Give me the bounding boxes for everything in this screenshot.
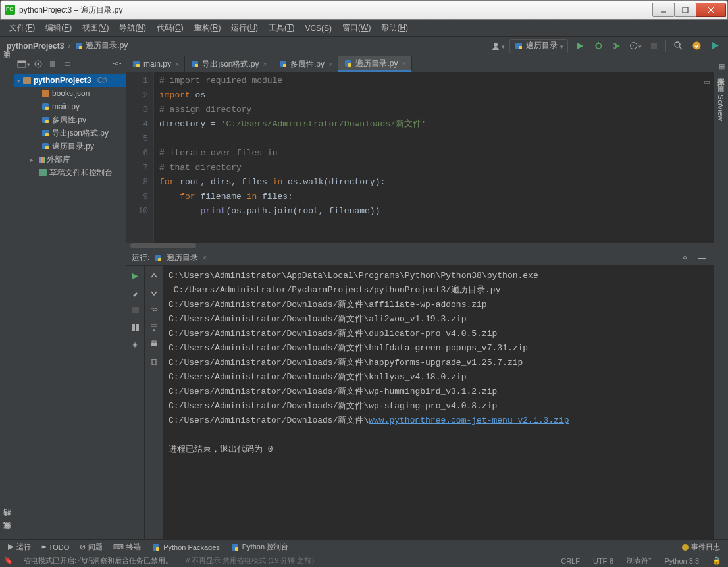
indent[interactable]: 制表符* bbox=[624, 556, 654, 566]
tab-导出json格式.py[interactable]: 导出json格式.py× bbox=[185, 56, 273, 72]
console-rerun-icon[interactable] bbox=[128, 269, 143, 283]
tab-遍历目录.py[interactable]: 遍历目录.py× bbox=[338, 56, 411, 72]
console-stop-icon[interactable] bbox=[128, 303, 143, 317]
search-everywhere-button[interactable] bbox=[669, 39, 687, 53]
menu-导航N[interactable]: 导航(N) bbox=[114, 20, 151, 36]
python-packages-button[interactable]: Python Packages bbox=[147, 541, 224, 553]
console-down-icon[interactable] bbox=[147, 286, 161, 300]
favorites-tool-tab[interactable]: 收藏夹 bbox=[2, 531, 12, 539]
console-layout-icon[interactable] bbox=[128, 320, 143, 335]
svg-rect-14 bbox=[651, 43, 657, 49]
console-tab-label[interactable]: 遍历目录 bbox=[167, 252, 198, 263]
console-clear-icon[interactable] bbox=[147, 354, 161, 369]
todo-tool-button[interactable]: ≔TODO bbox=[38, 541, 73, 553]
project-tool-tab[interactable]: 项目 bbox=[2, 59, 12, 67]
menu-窗口W[interactable]: 窗口(W) bbox=[337, 20, 376, 36]
tree-external-libs[interactable]: 外部库 bbox=[14, 153, 126, 166]
code-content[interactable]: # import required moduleimport os# assig… bbox=[154, 72, 714, 243]
terminal-tool-button[interactable]: ⌨终端 bbox=[109, 541, 145, 553]
horizontal-scrollbar[interactable] bbox=[126, 243, 714, 250]
sciview-tool-tab[interactable]: ▦ SciView bbox=[717, 82, 725, 123]
editor[interactable]: 12345678910 # import required moduleimpo… bbox=[126, 72, 714, 243]
bookmark-icon[interactable]: 🔖 bbox=[4, 556, 13, 565]
tab-多属性.py[interactable]: 多属性.py× bbox=[273, 56, 338, 72]
interpreter[interactable]: Python 3.8 bbox=[662, 557, 702, 565]
project-tree[interactable]: pythonProject3 C:\ books.json main.py 多属… bbox=[14, 72, 126, 539]
close-icon[interactable]: × bbox=[263, 60, 267, 68]
project-select-icon[interactable] bbox=[17, 57, 30, 70]
coverage-button[interactable] bbox=[608, 39, 625, 53]
svg-marker-34 bbox=[132, 273, 138, 279]
editor-tabs: main.py×导出json格式.py×多属性.py×遍历目录.py× bbox=[126, 55, 714, 72]
debug-button[interactable] bbox=[590, 39, 607, 53]
status-links[interactable]: // 不再显示 禁用省电模式 (19 分钟 之前) bbox=[183, 556, 317, 566]
close-icon[interactable]: × bbox=[402, 59, 405, 67]
profile-button[interactable] bbox=[627, 39, 644, 53]
run-config-selector[interactable]: 遍历目录 bbox=[509, 39, 568, 53]
update-button[interactable] bbox=[688, 39, 705, 53]
close-icon[interactable]: × bbox=[175, 60, 179, 68]
python-console-button[interactable]: Python 控制台 bbox=[226, 541, 292, 553]
run-tool-button[interactable]: 运行 bbox=[4, 541, 35, 553]
menu-视图V[interactable]: 视图(V) bbox=[77, 20, 114, 36]
expand-all-icon[interactable] bbox=[46, 57, 59, 70]
tree-scratches[interactable]: 草稿文件和控制台 bbox=[14, 166, 126, 179]
user-icon[interactable] bbox=[489, 39, 506, 53]
navigation-bar: pythonProject3 遍历目录.py 遍历目录 bbox=[0, 37, 728, 55]
console-link[interactable]: www.pythonthree.com-jet-menu_v2.1.3.zip bbox=[369, 416, 569, 425]
run-button[interactable] bbox=[571, 39, 588, 53]
line-separator[interactable]: CRLF bbox=[558, 557, 583, 565]
tree-file-exportjson-py[interactable]: 导出json格式.py bbox=[14, 126, 126, 140]
menu-VCSS[interactable]: VCS(S) bbox=[299, 22, 337, 35]
console-scrollend-icon[interactable] bbox=[147, 320, 161, 335]
tree-root[interactable]: pythonProject3 C:\ bbox=[14, 74, 126, 87]
encoding[interactable]: UTF-8 bbox=[590, 557, 616, 565]
console-header-label: 运行: bbox=[132, 252, 149, 263]
minimize-button[interactable] bbox=[652, 3, 675, 17]
console-output[interactable]: C:\Users\Administrator\AppData\Local\Pro… bbox=[163, 266, 714, 539]
console-softwrap-icon[interactable] bbox=[147, 303, 161, 317]
tree-file-main-py[interactable]: main.py bbox=[14, 100, 126, 113]
problems-tool-button[interactable]: ⊘问题 bbox=[76, 541, 107, 553]
database-tool-tab[interactable]: ▦ 数据库 bbox=[716, 59, 726, 75]
menu-工具T[interactable]: 工具(T) bbox=[263, 20, 299, 36]
tree-file-multiattr-py[interactable]: 多属性.py bbox=[14, 113, 126, 126]
console-print-icon[interactable] bbox=[147, 337, 161, 352]
close-button[interactable] bbox=[696, 3, 726, 17]
console-hide-icon[interactable]: — bbox=[695, 252, 708, 265]
menu-帮助H[interactable]: 帮助(H) bbox=[376, 20, 413, 36]
stop-button[interactable] bbox=[645, 39, 662, 53]
menu-代码C[interactable]: 代码(C) bbox=[151, 20, 189, 36]
lock-icon[interactable]: 🔒 bbox=[710, 556, 724, 565]
collapse-all-icon[interactable] bbox=[61, 57, 74, 70]
breadcrumb-project[interactable]: pythonProject3 bbox=[4, 40, 66, 52]
menu-编辑E[interactable]: 编辑(E) bbox=[40, 20, 77, 36]
maximize-button[interactable] bbox=[674, 3, 696, 17]
svg-marker-5 bbox=[577, 43, 583, 49]
reader-mode-icon[interactable]: ▭ bbox=[704, 75, 710, 90]
locate-icon[interactable] bbox=[32, 57, 45, 70]
menu-运行U[interactable]: 运行(U) bbox=[226, 20, 263, 36]
tree-file-books-json[interactable]: books.json bbox=[14, 87, 126, 100]
menu-重构R[interactable]: 重构(R) bbox=[189, 20, 226, 36]
svg-rect-41 bbox=[152, 341, 156, 343]
settings-gear-icon[interactable] bbox=[110, 57, 123, 70]
svg-point-17 bbox=[692, 42, 700, 50]
warning-dot-icon bbox=[682, 544, 689, 551]
ide-features-button[interactable] bbox=[706, 39, 723, 53]
event-log-button[interactable]: 事件日志 bbox=[678, 541, 724, 553]
console-settings-gear-icon[interactable] bbox=[678, 252, 691, 265]
tree-file-traverse-py[interactable]: 遍历目录.py bbox=[14, 140, 126, 153]
svg-line-13 bbox=[633, 44, 635, 46]
structure-tool-tab[interactable]: 结构 bbox=[2, 518, 12, 526]
console-wrench-icon[interactable] bbox=[128, 286, 143, 300]
menu-文件F[interactable]: 文件(F) bbox=[4, 20, 40, 36]
console-up-icon[interactable] bbox=[147, 269, 161, 283]
breadcrumb-file[interactable]: 遍历目录.py bbox=[72, 39, 130, 53]
svg-rect-37 bbox=[136, 324, 139, 331]
tab-main.py[interactable]: main.py× bbox=[126, 56, 185, 72]
close-icon[interactable]: × bbox=[328, 60, 332, 68]
bottom-tool-bar: 运行 ≔TODO ⊘问题 ⌨终端 Python Packages Python … bbox=[0, 539, 728, 554]
console-pin-icon[interactable] bbox=[128, 337, 143, 352]
svg-point-4 bbox=[494, 43, 498, 47]
